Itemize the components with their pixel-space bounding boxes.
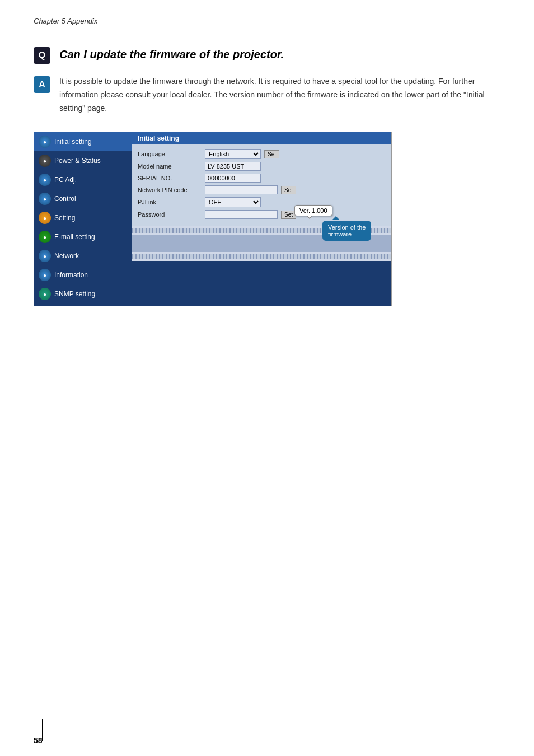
answer-text: It is possible to update the firmware th… [59, 75, 500, 115]
page-number: 58 [34, 736, 43, 745]
question-row: Q Can I update the firmware of the proje… [34, 46, 500, 64]
chapter-title: Chapter 5 Appendix [34, 17, 97, 25]
chapter-header: Chapter 5 Appendix [34, 17, 500, 29]
sidebar-label-setting: Setting [54, 214, 75, 222]
form-label-pin: Network PIN code [138, 186, 205, 193]
annotation-line2: firmware [328, 231, 366, 237]
stripe-area-2 [132, 254, 391, 259]
pc-adj-icon: ● [39, 174, 51, 186]
email-icon: ● [39, 231, 51, 243]
network-icon: ● [39, 250, 51, 262]
lower-dark-area [132, 261, 391, 306]
a-badge: A [34, 76, 50, 93]
pin-set-button[interactable]: Set [281, 186, 296, 194]
main-header: Initial setting [132, 132, 391, 144]
control-icon: ● [39, 193, 51, 205]
sidebar-item-setting[interactable]: ● Setting [34, 208, 132, 227]
sidebar-item-control[interactable]: ● Control [34, 189, 132, 208]
sidebar-item-email[interactable]: ● E-mail setting [34, 227, 132, 246]
password-set-button[interactable]: Set [281, 211, 296, 219]
pin-value[interactable] [205, 185, 278, 194]
form-label-password: Password [138, 211, 205, 218]
page-container: Chapter 5 Appendix Q Can I update the fi… [0, 0, 534, 756]
form-row-model-name: Model name LV-8235 UST [138, 162, 386, 171]
form-row-pjlink: PJLink OFF [138, 197, 386, 207]
sidebar-label-network: Network [54, 252, 79, 260]
form-row-password: Password Set [138, 210, 386, 219]
sidebar-label-pc-adj: PC Adj. [54, 176, 77, 184]
sidebar-item-initial-setting[interactable]: ● Initial setting [34, 132, 132, 151]
information-icon: ● [39, 269, 51, 281]
sidebar-item-power-status[interactable]: ● Power & Status [34, 151, 132, 170]
annotation-line1: Version of the [328, 224, 366, 231]
q-badge: Q [34, 47, 50, 64]
sidebar: ● Initial setting ● Power & Status ● PC … [34, 132, 132, 306]
form-label-language: Language [138, 151, 205, 157]
language-select[interactable]: English [205, 149, 261, 159]
form-row-pin: Network PIN code Set [138, 185, 386, 194]
sidebar-label-snmp: SNMP setting [54, 290, 95, 298]
main-content: Initial setting Language English Set Mod… [132, 132, 391, 306]
qa-section: Q Can I update the firmware of the proje… [34, 46, 500, 115]
sidebar-item-pc-adj[interactable]: ● PC Adj. [34, 170, 132, 189]
sidebar-item-snmp[interactable]: ● SNMP setting [34, 284, 132, 304]
language-set-button[interactable]: Set [264, 150, 279, 158]
initial-setting-icon: ● [39, 136, 51, 148]
sidebar-item-network[interactable]: ● Network [34, 246, 132, 265]
password-value[interactable] [205, 210, 278, 219]
version-bubble: Ver. 1.000 [294, 205, 332, 216]
question-text: Can I update the firmware of the project… [59, 46, 284, 61]
sidebar-label-initial-setting: Initial setting [54, 138, 92, 146]
sidebar-label-power-status: Power & Status [54, 157, 101, 165]
page-line [42, 719, 43, 741]
answer-row: A It is possible to update the firmware … [34, 75, 500, 115]
form-area: Language English Set Model name LV-8235 … [132, 144, 391, 226]
form-row-serial: SERIAL NO. 00000000 [138, 174, 386, 183]
sidebar-label-email: E-mail setting [54, 233, 95, 241]
setting-icon: ● [39, 212, 51, 224]
sidebar-label-control: Control [54, 195, 76, 203]
snmp-icon: ● [39, 288, 51, 300]
power-status-icon: ● [39, 155, 51, 167]
form-row-language: Language English Set [138, 149, 386, 159]
form-label-serial: SERIAL NO. [138, 175, 205, 181]
model-name-value: LV-8235 UST [205, 162, 261, 171]
form-label-model-name: Model name [138, 163, 205, 170]
pjlink-select[interactable]: OFF [205, 197, 261, 207]
form-label-pjlink: PJLink [138, 199, 205, 206]
sidebar-label-information: Information [54, 271, 88, 279]
sidebar-item-information[interactable]: ● Information [34, 265, 132, 284]
serial-value: 00000000 [205, 174, 261, 183]
ui-mockup: ● Initial setting ● Power & Status ● PC … [34, 132, 392, 306]
annotation-bubble: Version of the firmware [322, 221, 371, 241]
